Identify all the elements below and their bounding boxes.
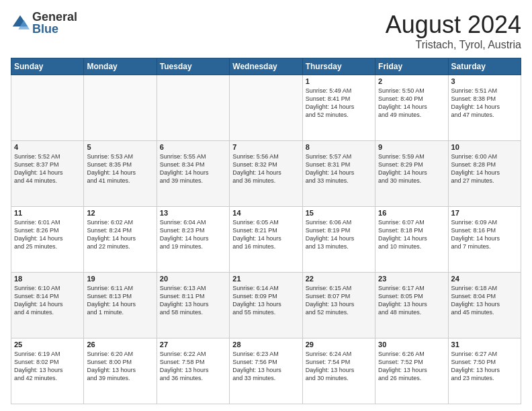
calendar-cell: 14Sunrise: 6:05 AM Sunset: 8:21 PM Dayli…: [230, 207, 302, 273]
calendar-cell: 8Sunrise: 5:57 AM Sunset: 8:31 PM Daylig…: [302, 141, 375, 207]
calendar-week-3: 11Sunrise: 6:01 AM Sunset: 8:26 PM Dayli…: [11, 207, 521, 273]
calendar-cell: 13Sunrise: 6:04 AM Sunset: 8:23 PM Dayli…: [157, 207, 229, 273]
calendar-cell: 30Sunrise: 6:26 AM Sunset: 7:52 PM Dayli…: [375, 338, 448, 404]
calendar-cell: [84, 75, 157, 141]
day-info: Sunrise: 6:20 AM Sunset: 8:00 PM Dayligh…: [87, 350, 153, 383]
calendar-cell: 31Sunrise: 6:27 AM Sunset: 7:50 PM Dayli…: [448, 338, 521, 404]
calendar-cell: 12Sunrise: 6:02 AM Sunset: 8:24 PM Dayli…: [84, 207, 157, 273]
calendar-week-1: 1Sunrise: 5:49 AM Sunset: 8:41 PM Daylig…: [11, 75, 521, 141]
day-info: Sunrise: 5:57 AM Sunset: 8:31 PM Dayligh…: [306, 152, 372, 185]
logo-icon: [11, 13, 30, 32]
calendar-cell: 16Sunrise: 6:07 AM Sunset: 8:18 PM Dayli…: [375, 207, 448, 273]
day-info: Sunrise: 6:14 AM Sunset: 8:09 PM Dayligh…: [232, 284, 299, 317]
day-number: 29: [306, 340, 372, 349]
day-number: 16: [378, 209, 445, 217]
day-info: Sunrise: 6:10 AM Sunset: 8:14 PM Dayligh…: [14, 284, 81, 317]
day-number: 14: [232, 209, 299, 217]
day-number: 2: [378, 77, 445, 85]
day-number: 17: [451, 209, 518, 217]
day-number: 8: [306, 143, 372, 151]
calendar-cell: 22Sunrise: 6:15 AM Sunset: 8:07 PM Dayli…: [302, 273, 375, 338]
title-block: August 2024 Tristach, Tyrol, Austria: [386, 11, 521, 51]
day-number: 4: [14, 143, 81, 151]
day-info: Sunrise: 6:17 AM Sunset: 8:05 PM Dayligh…: [378, 284, 445, 317]
day-number: 5: [87, 143, 153, 151]
calendar-header-monday: Monday: [84, 58, 157, 75]
calendar-cell: 15Sunrise: 6:06 AM Sunset: 8:19 PM Dayli…: [302, 207, 375, 273]
day-info: Sunrise: 6:02 AM Sunset: 8:24 PM Dayligh…: [87, 218, 153, 251]
day-info: Sunrise: 6:11 AM Sunset: 8:13 PM Dayligh…: [87, 284, 153, 317]
day-number: 20: [160, 275, 226, 283]
day-number: 3: [451, 77, 518, 85]
day-number: 6: [160, 143, 226, 151]
day-number: 25: [14, 340, 81, 349]
day-number: 27: [160, 340, 226, 349]
day-info: Sunrise: 5:55 AM Sunset: 8:34 PM Dayligh…: [160, 152, 226, 185]
day-number: 11: [14, 209, 81, 217]
calendar-cell: 23Sunrise: 6:17 AM Sunset: 8:05 PM Dayli…: [375, 273, 448, 338]
day-number: 19: [87, 275, 153, 283]
day-info: Sunrise: 6:00 AM Sunset: 8:28 PM Dayligh…: [451, 152, 518, 185]
logo-blue: Blue: [32, 23, 77, 35]
calendar-cell: 5Sunrise: 5:53 AM Sunset: 8:35 PM Daylig…: [84, 141, 157, 207]
day-info: Sunrise: 6:07 AM Sunset: 8:18 PM Dayligh…: [378, 218, 445, 251]
calendar-cell: 1Sunrise: 5:49 AM Sunset: 8:41 PM Daylig…: [302, 75, 375, 141]
calendar-week-2: 4Sunrise: 5:52 AM Sunset: 8:37 PM Daylig…: [11, 141, 521, 207]
calendar-week-5: 25Sunrise: 6:19 AM Sunset: 8:02 PM Dayli…: [11, 338, 521, 404]
calendar-cell: [230, 75, 302, 141]
calendar-cell: 10Sunrise: 6:00 AM Sunset: 8:28 PM Dayli…: [448, 141, 521, 207]
day-info: Sunrise: 5:49 AM Sunset: 8:41 PM Dayligh…: [306, 87, 372, 120]
calendar-cell: 26Sunrise: 6:20 AM Sunset: 8:00 PM Dayli…: [84, 338, 157, 404]
day-info: Sunrise: 5:56 AM Sunset: 8:32 PM Dayligh…: [232, 152, 299, 185]
day-info: Sunrise: 5:50 AM Sunset: 8:40 PM Dayligh…: [378, 87, 445, 120]
day-number: 1: [306, 77, 372, 85]
logo-text: General Blue: [32, 11, 77, 35]
day-number: 22: [306, 275, 372, 283]
day-info: Sunrise: 6:05 AM Sunset: 8:21 PM Dayligh…: [232, 218, 299, 251]
day-number: 9: [378, 143, 445, 151]
day-info: Sunrise: 6:26 AM Sunset: 7:52 PM Dayligh…: [378, 350, 445, 383]
day-info: Sunrise: 6:15 AM Sunset: 8:07 PM Dayligh…: [306, 284, 372, 317]
calendar-cell: 24Sunrise: 6:18 AM Sunset: 8:04 PM Dayli…: [448, 273, 521, 338]
day-number: 21: [232, 275, 299, 283]
calendar-cell: 25Sunrise: 6:19 AM Sunset: 8:02 PM Dayli…: [11, 338, 84, 404]
calendar-cell: [11, 75, 84, 141]
day-number: 28: [232, 340, 299, 349]
calendar-header-row: SundayMondayTuesdayWednesdayThursdayFrid…: [11, 58, 521, 75]
page: General Blue August 2024 Tristach, Tyrol…: [0, 0, 532, 411]
month-title: August 2024: [386, 11, 521, 39]
calendar-cell: 4Sunrise: 5:52 AM Sunset: 8:37 PM Daylig…: [11, 141, 84, 207]
day-info: Sunrise: 5:51 AM Sunset: 8:38 PM Dayligh…: [451, 87, 518, 120]
calendar-cell: 7Sunrise: 5:56 AM Sunset: 8:32 PM Daylig…: [230, 141, 302, 207]
calendar-cell: 29Sunrise: 6:24 AM Sunset: 7:54 PM Dayli…: [302, 338, 375, 404]
calendar-header-tuesday: Tuesday: [157, 58, 229, 75]
calendar-cell: 28Sunrise: 6:23 AM Sunset: 7:56 PM Dayli…: [230, 338, 302, 404]
day-info: Sunrise: 5:53 AM Sunset: 8:35 PM Dayligh…: [87, 152, 153, 185]
day-number: 12: [87, 209, 153, 217]
calendar-cell: 3Sunrise: 5:51 AM Sunset: 8:38 PM Daylig…: [448, 75, 521, 141]
calendar-header-sunday: Sunday: [11, 58, 84, 75]
day-info: Sunrise: 5:52 AM Sunset: 8:37 PM Dayligh…: [14, 152, 81, 185]
day-info: Sunrise: 6:27 AM Sunset: 7:50 PM Dayligh…: [451, 350, 518, 383]
day-number: 31: [451, 340, 518, 349]
calendar-cell: 27Sunrise: 6:22 AM Sunset: 7:58 PM Dayli…: [157, 338, 229, 404]
calendar-cell: 18Sunrise: 6:10 AM Sunset: 8:14 PM Dayli…: [11, 273, 84, 338]
day-info: Sunrise: 6:23 AM Sunset: 7:56 PM Dayligh…: [232, 350, 299, 383]
day-number: 30: [378, 340, 445, 349]
day-info: Sunrise: 6:24 AM Sunset: 7:54 PM Dayligh…: [306, 350, 372, 383]
calendar-header-thursday: Thursday: [302, 58, 375, 75]
calendar-cell: 17Sunrise: 6:09 AM Sunset: 8:16 PM Dayli…: [448, 207, 521, 273]
calendar-header-friday: Friday: [375, 58, 448, 75]
day-number: 24: [451, 275, 518, 283]
day-info: Sunrise: 6:01 AM Sunset: 8:26 PM Dayligh…: [14, 218, 81, 251]
day-info: Sunrise: 6:04 AM Sunset: 8:23 PM Dayligh…: [160, 218, 226, 251]
day-info: Sunrise: 5:59 AM Sunset: 8:29 PM Dayligh…: [378, 152, 445, 185]
calendar-cell: 6Sunrise: 5:55 AM Sunset: 8:34 PM Daylig…: [157, 141, 229, 207]
logo: General Blue: [11, 11, 77, 35]
header: General Blue August 2024 Tristach, Tyrol…: [11, 11, 521, 51]
calendar-week-4: 18Sunrise: 6:10 AM Sunset: 8:14 PM Dayli…: [11, 273, 521, 338]
day-number: 23: [378, 275, 445, 283]
day-number: 10: [451, 143, 518, 151]
day-info: Sunrise: 6:22 AM Sunset: 7:58 PM Dayligh…: [160, 350, 226, 383]
day-info: Sunrise: 6:19 AM Sunset: 8:02 PM Dayligh…: [14, 350, 81, 383]
